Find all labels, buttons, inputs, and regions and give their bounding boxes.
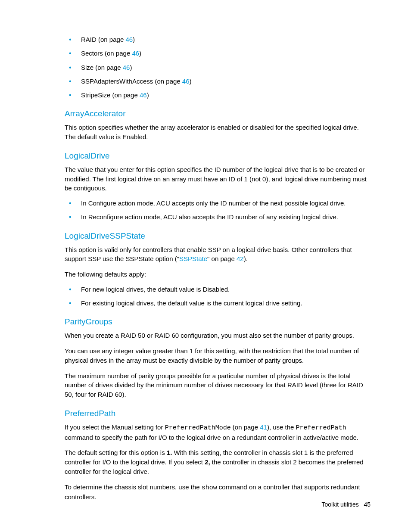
top-reference-list: RAID (on page 46) Sectors (on page 46) S… — [65, 35, 371, 100]
paragraph: When you create a RAID 50 or RAID 60 con… — [65, 331, 371, 340]
text-fragment: The default setting for this option is — [65, 449, 167, 456]
text-fragment: command to specify the path for I/O to t… — [65, 434, 358, 441]
list-item-label: RAID — [81, 36, 97, 43]
list-item: SSPAdaptersWithAccess (on page 46) — [65, 77, 371, 86]
heading-preferredpath: PreferredPath — [65, 409, 371, 418]
list-item: In Reconfigure action mode, ACU also acc… — [65, 213, 371, 221]
text-fragment: ). — [244, 255, 248, 262]
text-fragment: " on page — [207, 255, 237, 262]
page-footer: Toolkit utilities 45 — [321, 501, 371, 508]
page-link[interactable]: 41 — [260, 423, 267, 431]
paragraph: If you select the Manual setting for Pre… — [65, 423, 371, 442]
page-link[interactable]: 46 — [182, 78, 190, 85]
list-item-label: StripeSize — [81, 91, 110, 99]
sspstate-link[interactable]: SSPState — [179, 255, 207, 262]
list-item-onpage: (on page — [97, 36, 126, 43]
list-item-close: ) — [190, 78, 192, 85]
text-fragment: If you select the Manual setting for — [65, 423, 165, 431]
list-item-close: ) — [130, 64, 132, 71]
code-preferredpathmode: PreferredPathMode — [165, 424, 231, 432]
heading-arrayaccelerator: ArrayAccelerator — [65, 109, 371, 118]
list-item: For existing logical drives, the default… — [65, 299, 371, 308]
list-item-onpage: (on page — [110, 91, 140, 99]
bold-one: 1. — [167, 449, 172, 456]
list-item-close: ) — [147, 91, 149, 99]
list-item: In Configure action mode, ACU accepts on… — [65, 199, 371, 208]
list-item: Sectors (on page 46) — [65, 49, 371, 58]
page-link[interactable]: 46 — [123, 64, 130, 71]
text-fragment: (on page — [231, 423, 260, 431]
paragraph: The following defaults apply: — [65, 270, 371, 279]
heading-logicaldrive: LogicalDrive — [65, 151, 371, 161]
page-link[interactable]: 42 — [237, 255, 244, 262]
list-item-onpage: (on page — [103, 50, 132, 57]
list-item-label: Size — [81, 64, 93, 71]
heading-logicaldrivesspstate: LogicalDriveSSPState — [65, 231, 371, 241]
list-item-close: ) — [139, 50, 141, 57]
document-page: RAID (on page 46) Sectors (on page 46) S… — [0, 0, 411, 532]
paragraph: You can use any integer value greater th… — [65, 346, 371, 365]
code-preferredpath: PreferredPath — [296, 424, 346, 432]
list-item-label: Sectors — [81, 50, 103, 57]
list-item-close: ) — [133, 36, 135, 43]
footer-page-number: 45 — [364, 501, 371, 508]
text-fragment: To determine the chassis slot numbers, u… — [65, 483, 202, 491]
list-item: For new logical drives, the default valu… — [65, 285, 371, 294]
paragraph: The default setting for this option is 1… — [65, 448, 371, 476]
page-link[interactable]: 46 — [140, 91, 147, 99]
paragraph: The maximum number of parity groups poss… — [65, 371, 371, 399]
text-fragment: ), use the — [267, 423, 296, 431]
list-item-onpage: (on page — [93, 64, 123, 71]
bold-two: 2, — [205, 458, 210, 466]
sspstate-bullets: For new logical drives, the default valu… — [65, 285, 371, 308]
heading-paritygroups: ParityGroups — [65, 317, 371, 327]
list-item: RAID (on page 46) — [65, 35, 371, 44]
code-show: show — [202, 484, 217, 492]
logicaldrive-bullets: In Configure action mode, ACU accepts on… — [65, 199, 371, 222]
list-item: Size (on page 46) — [65, 63, 371, 72]
paragraph: The value that you enter for this option… — [65, 165, 371, 193]
paragraph: This option is valid only for controller… — [65, 245, 371, 264]
page-link[interactable]: 46 — [132, 50, 139, 57]
paragraph: This option specifies whether the array … — [65, 123, 371, 142]
footer-label: Toolkit utilities — [321, 501, 358, 508]
page-link[interactable]: 46 — [125, 36, 133, 43]
list-item-label: SSPAdaptersWithAccess — [81, 78, 153, 85]
list-item-onpage: (on page — [153, 78, 182, 85]
list-item: StripeSize (on page 46) — [65, 91, 371, 100]
paragraph: To determine the chassis slot numbers, u… — [65, 482, 371, 502]
